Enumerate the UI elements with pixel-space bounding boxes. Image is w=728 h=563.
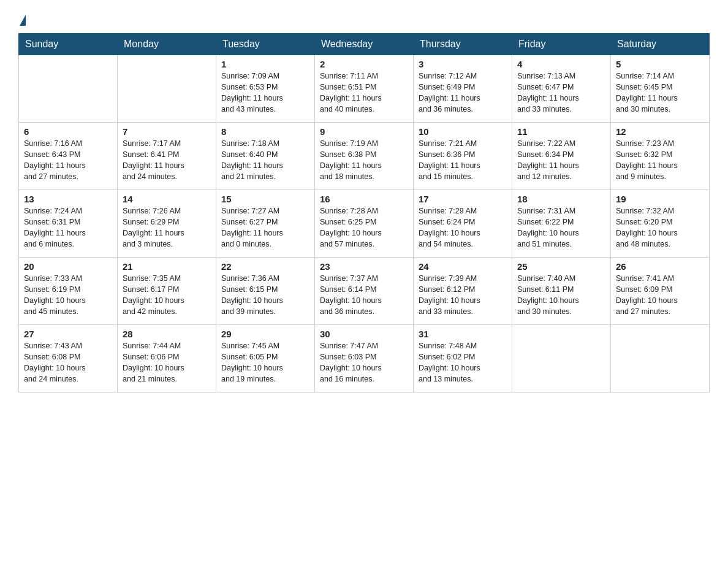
- calendar-cell: 18Sunrise: 7:31 AM Sunset: 6:22 PM Dayli…: [512, 190, 611, 258]
- day-info: Sunrise: 7:23 AM Sunset: 6:32 PM Dayligh…: [616, 138, 704, 183]
- day-number: 23: [320, 261, 408, 272]
- day-number: 31: [419, 329, 507, 339]
- day-info: Sunrise: 7:29 AM Sunset: 6:24 PM Dayligh…: [419, 205, 507, 250]
- weekday-header-friday: Friday: [512, 34, 611, 55]
- page-header: [18, 15, 710, 27]
- calendar-cell: 9Sunrise: 7:19 AM Sunset: 6:38 PM Daylig…: [315, 123, 414, 190]
- calendar-cell: 5Sunrise: 7:14 AM Sunset: 6:45 PM Daylig…: [611, 55, 710, 123]
- day-number: 6: [24, 126, 112, 137]
- day-info: Sunrise: 7:22 AM Sunset: 6:34 PM Dayligh…: [517, 138, 605, 183]
- calendar-week-row: 27Sunrise: 7:43 AM Sunset: 6:08 PM Dayli…: [19, 325, 710, 393]
- day-number: 21: [123, 261, 211, 272]
- day-info: Sunrise: 7:44 AM Sunset: 6:06 PM Dayligh…: [123, 340, 211, 385]
- day-number: 7: [123, 126, 211, 137]
- day-info: Sunrise: 7:40 AM Sunset: 6:11 PM Dayligh…: [517, 273, 605, 318]
- day-info: Sunrise: 7:17 AM Sunset: 6:41 PM Dayligh…: [123, 138, 211, 183]
- day-info: Sunrise: 7:18 AM Sunset: 6:40 PM Dayligh…: [221, 138, 309, 183]
- calendar-cell: 10Sunrise: 7:21 AM Sunset: 6:36 PM Dayli…: [414, 123, 512, 190]
- calendar-cell: 6Sunrise: 7:16 AM Sunset: 6:43 PM Daylig…: [19, 123, 118, 190]
- day-info: Sunrise: 7:09 AM Sunset: 6:53 PM Dayligh…: [221, 71, 309, 115]
- calendar-cell: 20Sunrise: 7:33 AM Sunset: 6:19 PM Dayli…: [19, 258, 118, 325]
- calendar-cell: 21Sunrise: 7:35 AM Sunset: 6:17 PM Dayli…: [118, 258, 216, 325]
- calendar-body: 1Sunrise: 7:09 AM Sunset: 6:53 PM Daylig…: [19, 55, 710, 393]
- day-info: Sunrise: 7:47 AM Sunset: 6:03 PM Dayligh…: [320, 340, 408, 385]
- calendar-cell: 2Sunrise: 7:11 AM Sunset: 6:51 PM Daylig…: [315, 55, 414, 123]
- day-number: 4: [517, 59, 605, 69]
- day-info: Sunrise: 7:45 AM Sunset: 6:05 PM Dayligh…: [221, 340, 309, 385]
- calendar-cell: 23Sunrise: 7:37 AM Sunset: 6:14 PM Dayli…: [315, 258, 414, 325]
- day-number: 25: [517, 261, 605, 272]
- day-number: 18: [517, 194, 605, 204]
- calendar-cell: 25Sunrise: 7:40 AM Sunset: 6:11 PM Dayli…: [512, 258, 611, 325]
- calendar-cell: 13Sunrise: 7:24 AM Sunset: 6:31 PM Dayli…: [19, 190, 118, 258]
- day-info: Sunrise: 7:36 AM Sunset: 6:15 PM Dayligh…: [221, 273, 309, 318]
- calendar-cell: 30Sunrise: 7:47 AM Sunset: 6:03 PM Dayli…: [315, 325, 414, 393]
- day-info: Sunrise: 7:33 AM Sunset: 6:19 PM Dayligh…: [24, 273, 112, 318]
- day-info: Sunrise: 7:11 AM Sunset: 6:51 PM Dayligh…: [320, 71, 408, 115]
- calendar-cell: [611, 325, 710, 393]
- calendar-week-row: 13Sunrise: 7:24 AM Sunset: 6:31 PM Dayli…: [19, 190, 710, 258]
- day-number: 22: [221, 261, 309, 272]
- calendar-cell: 12Sunrise: 7:23 AM Sunset: 6:32 PM Dayli…: [611, 123, 710, 190]
- day-number: 9: [320, 126, 408, 137]
- weekday-header-row: SundayMondayTuesdayWednesdayThursdayFrid…: [19, 34, 710, 55]
- day-info: Sunrise: 7:24 AM Sunset: 6:31 PM Dayligh…: [24, 205, 112, 250]
- day-number: 19: [616, 194, 704, 204]
- day-number: 8: [221, 126, 309, 137]
- day-number: 28: [123, 329, 211, 339]
- day-info: Sunrise: 7:21 AM Sunset: 6:36 PM Dayligh…: [419, 138, 507, 183]
- day-info: Sunrise: 7:31 AM Sunset: 6:22 PM Dayligh…: [517, 205, 605, 250]
- calendar-cell: [512, 325, 611, 393]
- day-number: 27: [24, 329, 112, 339]
- calendar-cell: 3Sunrise: 7:12 AM Sunset: 6:49 PM Daylig…: [414, 55, 512, 123]
- day-number: 2: [320, 59, 408, 69]
- day-info: Sunrise: 7:27 AM Sunset: 6:27 PM Dayligh…: [221, 205, 309, 250]
- day-number: 10: [419, 126, 507, 137]
- calendar-week-row: 6Sunrise: 7:16 AM Sunset: 6:43 PM Daylig…: [19, 123, 710, 190]
- day-info: Sunrise: 7:32 AM Sunset: 6:20 PM Dayligh…: [616, 205, 704, 250]
- weekday-header-wednesday: Wednesday: [315, 34, 414, 55]
- calendar-week-row: 1Sunrise: 7:09 AM Sunset: 6:53 PM Daylig…: [19, 55, 710, 123]
- day-info: Sunrise: 7:14 AM Sunset: 6:45 PM Dayligh…: [616, 71, 704, 115]
- calendar-cell: 27Sunrise: 7:43 AM Sunset: 6:08 PM Dayli…: [19, 325, 118, 393]
- day-info: Sunrise: 7:37 AM Sunset: 6:14 PM Dayligh…: [320, 273, 408, 318]
- day-number: 13: [24, 194, 112, 204]
- day-number: 15: [221, 194, 309, 204]
- day-info: Sunrise: 7:12 AM Sunset: 6:49 PM Dayligh…: [419, 71, 507, 115]
- calendar-cell: 15Sunrise: 7:27 AM Sunset: 6:27 PM Dayli…: [216, 190, 315, 258]
- day-number: 5: [616, 59, 704, 69]
- logo: [18, 15, 26, 27]
- calendar-cell: 24Sunrise: 7:39 AM Sunset: 6:12 PM Dayli…: [414, 258, 512, 325]
- day-info: Sunrise: 7:48 AM Sunset: 6:02 PM Dayligh…: [419, 340, 507, 385]
- calendar-cell: 19Sunrise: 7:32 AM Sunset: 6:20 PM Dayli…: [611, 190, 710, 258]
- day-info: Sunrise: 7:43 AM Sunset: 6:08 PM Dayligh…: [24, 340, 112, 385]
- day-number: 12: [616, 126, 704, 137]
- calendar-cell: 16Sunrise: 7:28 AM Sunset: 6:25 PM Dayli…: [315, 190, 414, 258]
- day-number: 20: [24, 261, 112, 272]
- calendar-cell: 8Sunrise: 7:18 AM Sunset: 6:40 PM Daylig…: [216, 123, 315, 190]
- calendar-cell: 28Sunrise: 7:44 AM Sunset: 6:06 PM Dayli…: [118, 325, 216, 393]
- calendar-cell: 7Sunrise: 7:17 AM Sunset: 6:41 PM Daylig…: [118, 123, 216, 190]
- calendar-cell: 31Sunrise: 7:48 AM Sunset: 6:02 PM Dayli…: [414, 325, 512, 393]
- day-number: 26: [616, 261, 704, 272]
- day-info: Sunrise: 7:16 AM Sunset: 6:43 PM Dayligh…: [24, 138, 112, 183]
- day-number: 30: [320, 329, 408, 339]
- day-info: Sunrise: 7:28 AM Sunset: 6:25 PM Dayligh…: [320, 205, 408, 250]
- calendar-cell: 11Sunrise: 7:22 AM Sunset: 6:34 PM Dayli…: [512, 123, 611, 190]
- day-number: 14: [123, 194, 211, 204]
- weekday-header-saturday: Saturday: [611, 34, 710, 55]
- day-number: 1: [221, 59, 309, 69]
- calendar-cell: 17Sunrise: 7:29 AM Sunset: 6:24 PM Dayli…: [414, 190, 512, 258]
- day-number: 29: [221, 329, 309, 339]
- calendar-cell: 22Sunrise: 7:36 AM Sunset: 6:15 PM Dayli…: [216, 258, 315, 325]
- calendar-cell: 4Sunrise: 7:13 AM Sunset: 6:47 PM Daylig…: [512, 55, 611, 123]
- logo-triangle-icon: [20, 15, 26, 26]
- weekday-header-monday: Monday: [118, 34, 216, 55]
- day-number: 16: [320, 194, 408, 204]
- calendar-week-row: 20Sunrise: 7:33 AM Sunset: 6:19 PM Dayli…: [19, 258, 710, 325]
- weekday-header-sunday: Sunday: [19, 34, 118, 55]
- calendar-cell: 14Sunrise: 7:26 AM Sunset: 6:29 PM Dayli…: [118, 190, 216, 258]
- day-info: Sunrise: 7:26 AM Sunset: 6:29 PM Dayligh…: [123, 205, 211, 250]
- day-number: 3: [419, 59, 507, 69]
- calendar-cell: 26Sunrise: 7:41 AM Sunset: 6:09 PM Dayli…: [611, 258, 710, 325]
